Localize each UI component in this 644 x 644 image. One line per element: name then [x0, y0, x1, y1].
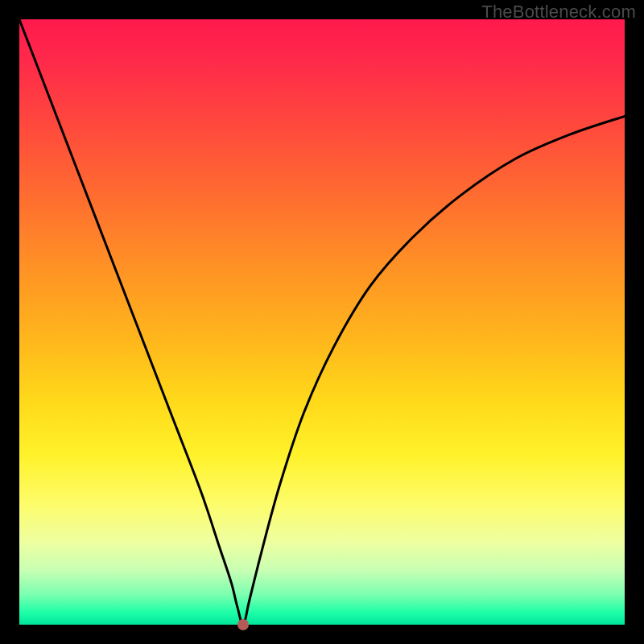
chart-stage: TheBottleneck.com — [0, 0, 644, 644]
curve-path — [19, 19, 625, 625]
watermark-text: TheBottleneck.com — [481, 2, 636, 23]
plot-area — [19, 19, 625, 625]
bottleneck-curve — [19, 19, 625, 625]
minimum-marker — [237, 619, 249, 630]
